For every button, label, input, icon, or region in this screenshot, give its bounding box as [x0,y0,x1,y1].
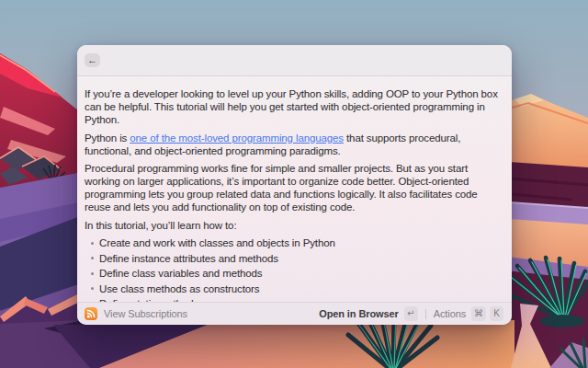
list-item-text: Create and work with classes and objects… [99,237,335,248]
article-paragraph: If you’re a developer looking to level u… [85,87,504,126]
list-item: Define static methods [85,297,504,302]
back-arrow-icon: ← [87,53,97,67]
return-keycap: ↵ [404,306,418,321]
k-keycap: K [490,306,503,321]
article-content: If you’re a developer looking to level u… [77,76,512,302]
paragraph-text: Python is [85,132,130,144]
window-footer: View Subscriptions Open in Browser ↵ Act… [77,302,512,325]
article-paragraph: Procedural programming works fine for si… [85,162,504,213]
rss-icon [85,307,97,320]
article-paragraph: Python is one of the most-loved programm… [85,132,504,157]
learn-list: Create and work with classes and objects… [85,236,504,302]
list-item: Use class methods as constructors [85,282,504,295]
footer-actions-group: Open in Browser ↵ Actions ⌘ K [319,306,503,321]
return-key-icon: ↵ [407,306,414,321]
bullet-dot-icon [91,242,94,245]
cmd-keycap: ⌘ [471,306,486,321]
list-item: Define instance attributes and methods [85,252,504,265]
bullet-dot-icon [91,257,94,259]
article-paragraph: In this tutorial, you’ll learn how to: [85,219,504,232]
list-item: Create and work with classes and objects… [85,236,504,249]
actions-button[interactable]: Actions ⌘ K [434,306,503,321]
list-item-text: Define static methods [99,298,198,302]
bullet-dot-icon [91,272,94,275]
open-in-browser-label: Open in Browser [319,308,399,319]
list-item: Define class variables and methods [85,267,504,280]
open-in-browser-button[interactable]: Open in Browser ↵ [319,306,418,321]
k-key-label: K [493,306,500,321]
window-header: ← [77,45,512,76]
cmd-key-icon: ⌘ [474,306,483,321]
actions-label: Actions [434,308,466,319]
list-item-text: Use class methods as constructors [99,283,259,294]
reader-window: ← If you’re a developer looking to level… [77,45,512,325]
view-subscriptions-label: View Subscriptions [104,308,187,319]
article-link[interactable]: one of the most-loved programming langua… [130,132,344,144]
footer-divider [425,309,426,319]
view-subscriptions-button[interactable]: View Subscriptions [85,307,187,320]
list-item-text: Define instance attributes and methods [99,253,278,264]
list-item-text: Define class variables and methods [99,268,262,279]
bullet-dot-icon [91,287,94,290]
back-button[interactable]: ← [85,53,100,67]
